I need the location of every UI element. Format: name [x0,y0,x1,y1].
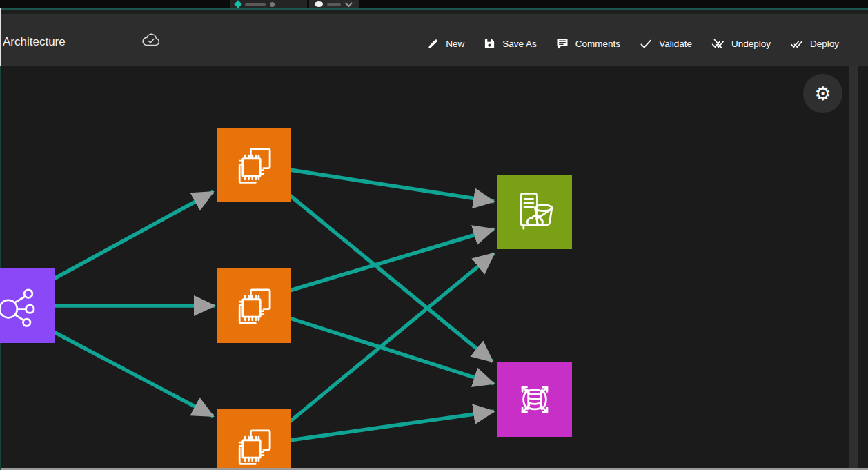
vertical-scrollbar[interactable] [849,66,858,470]
browser-tab-strip [0,0,868,8]
diagram-canvas[interactable]: ⚙ [0,66,868,470]
edge-compute-1-to-storage[interactable] [290,170,494,202]
save-as-button[interactable]: Save As [484,38,537,50]
comments-button[interactable]: Comments [556,37,620,50]
diagram-name-input[interactable] [1,35,131,55]
database-scale-icon [509,374,560,425]
compute-2-node[interactable] [217,268,291,343]
ec2-instances-icon [228,280,279,331]
database-node[interactable] [497,362,572,437]
edge-layer [0,66,868,470]
gear-icon: ⚙ [814,84,831,103]
edge-compute-2-to-database[interactable] [290,318,494,384]
double-check-icon [790,38,803,50]
tab-badge-icon [270,2,275,7]
toolbar-left-edge [0,8,1,67]
cloud-check-icon [141,30,161,51]
save-icon [484,38,495,50]
ec2-instances-icon [228,139,279,190]
tab-title-placeholder [327,3,341,6]
button-label: Deploy [810,39,839,49]
button-label: Comments [575,39,620,49]
toolbar: New Save As Comments [0,10,868,66]
ec2-instances-icon [228,421,279,470]
button-label: Undeploy [731,39,771,49]
edge-load-balancer-to-compute-1[interactable] [54,192,213,279]
browser-tab-partial-1[interactable] [230,0,307,8]
storage-bucket-icon [509,186,560,237]
undeploy-button[interactable]: Undeploy [711,38,771,50]
browser-tab-partial-2[interactable] [309,0,359,8]
load-balancer-icon [0,280,43,331]
new-button[interactable]: New [427,38,464,50]
chevron-down-icon [345,0,353,7]
button-label: Validate [659,39,692,49]
canvas-settings-button[interactable]: ⚙ [803,74,842,113]
load-balancer-node[interactable] [0,268,55,343]
validate-button[interactable]: Validate [640,38,692,50]
oval-icon [315,1,323,7]
app-window: New Save As Comments [0,0,868,470]
button-label: New [446,39,464,49]
double-check-slash-icon [711,38,724,50]
edge-compute-3-to-database[interactable] [290,411,494,440]
comment-icon [556,37,569,50]
compute-1-node[interactable] [217,128,291,202]
compute-3-node[interactable] [217,409,291,470]
check-icon [640,38,652,50]
pencil-icon [427,38,439,50]
deploy-button[interactable]: Deploy [790,38,839,50]
edge-load-balancer-to-compute-3[interactable] [54,332,213,416]
storage-node[interactable] [497,175,572,249]
button-label: Save As [502,39,537,49]
toolbar-actions: New Save As Comments [427,33,839,54]
teal-logo-icon [234,0,241,8]
tab-title-placeholder [245,3,266,6]
